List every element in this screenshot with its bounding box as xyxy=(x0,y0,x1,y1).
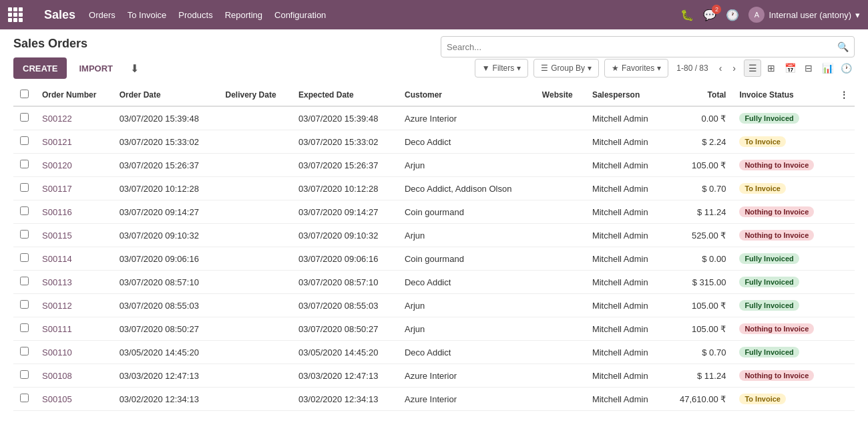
table-row[interactable]: S00114 03/07/2020 09:06:16 03/07/2020 09… xyxy=(13,247,855,271)
nav-configuration[interactable]: Configuration xyxy=(274,10,326,20)
row-checkbox[interactable] xyxy=(20,323,29,332)
prev-page-button[interactable]: ‹ xyxy=(716,61,725,75)
order-number[interactable]: S00108 xyxy=(35,364,113,388)
table-row[interactable]: S00110 03/05/2020 14:45:20 03/05/2020 14… xyxy=(13,341,855,364)
groupby-button[interactable]: ☰ Group By ▾ xyxy=(533,59,599,78)
row-checkbox[interactable] xyxy=(20,136,29,145)
import-button[interactable]: IMPORT xyxy=(72,57,120,79)
next-page-button[interactable]: › xyxy=(730,61,738,75)
order-number[interactable]: S00121 xyxy=(35,130,113,154)
row-checkbox[interactable] xyxy=(20,160,29,168)
table-row[interactable]: S00105 03/02/2020 12:34:13 03/02/2020 12… xyxy=(13,388,855,411)
list-view-button[interactable]: ☰ xyxy=(744,59,761,77)
table-row[interactable]: S00122 03/07/2020 15:39:48 03/07/2020 15… xyxy=(13,106,855,130)
order-number[interactable]: S00111 xyxy=(35,317,113,341)
row-menu[interactable] xyxy=(833,271,855,294)
select-all-header[interactable] xyxy=(13,84,35,106)
row-checkbox[interactable] xyxy=(20,300,29,309)
activity-view-button[interactable]: 🕐 xyxy=(837,59,855,77)
row-checkbox[interactable] xyxy=(20,183,29,192)
row-checkbox[interactable] xyxy=(20,347,29,355)
row-checkbox[interactable] xyxy=(20,253,29,262)
row-menu[interactable] xyxy=(833,294,855,317)
create-button[interactable]: CREATE xyxy=(13,57,67,79)
user-menu[interactable]: A Internal user (antony) ▾ xyxy=(748,7,860,23)
nav-orders[interactable]: Orders xyxy=(89,10,116,20)
row-checkbox[interactable] xyxy=(20,394,29,402)
row-checkbox[interactable] xyxy=(20,370,29,379)
table-row[interactable]: S00115 03/07/2020 09:10:32 03/07/2020 09… xyxy=(13,224,855,247)
order-number[interactable]: S00112 xyxy=(35,294,113,317)
row-checkbox[interactable] xyxy=(20,113,29,122)
table-row[interactable]: S00104 03/02/2020 12:16:20 03/02/2020 12… xyxy=(13,411,855,415)
kanban-view-button[interactable]: ⊞ xyxy=(763,59,780,77)
status-badge: Nothing to Invoice xyxy=(739,160,814,170)
apps-icon[interactable] xyxy=(8,7,23,22)
col-customer[interactable]: Customer xyxy=(398,84,535,106)
table-row[interactable]: S00111 03/07/2020 08:50:27 03/07/2020 08… xyxy=(13,317,855,341)
col-order-date[interactable]: Order Date xyxy=(113,84,219,106)
col-menu[interactable]: ⋮ xyxy=(833,84,855,106)
user-dropdown-icon[interactable]: ▾ xyxy=(855,10,860,20)
order-number[interactable]: S00104 xyxy=(35,411,113,415)
table-row[interactable]: S00113 03/07/2020 08:57:10 03/07/2020 08… xyxy=(13,271,855,294)
col-salesperson[interactable]: Salesperson xyxy=(586,84,664,106)
row-menu[interactable] xyxy=(833,247,855,271)
row-menu[interactable] xyxy=(833,388,855,411)
row-menu[interactable] xyxy=(833,177,855,200)
row-checkbox[interactable] xyxy=(20,277,29,285)
col-expected-date[interactable]: Expected Date xyxy=(292,84,398,106)
col-invoice-status[interactable]: Invoice Status xyxy=(732,84,833,106)
row-menu[interactable] xyxy=(833,130,855,154)
row-menu[interactable] xyxy=(833,106,855,130)
row-checkbox[interactable] xyxy=(20,206,29,215)
order-number[interactable]: S00110 xyxy=(35,341,113,364)
customer: Arjun xyxy=(398,317,535,341)
order-number[interactable]: S00116 xyxy=(35,200,113,224)
filters-button[interactable]: ▼ Filters ▾ xyxy=(475,59,529,78)
table-row[interactable]: S00108 03/03/2020 12:47:13 03/03/2020 12… xyxy=(13,364,855,388)
table-row[interactable]: S00112 03/07/2020 08:55:03 03/07/2020 08… xyxy=(13,294,855,317)
favorites-button[interactable]: ★ Favorites ▾ xyxy=(604,59,668,78)
row-menu[interactable] xyxy=(833,341,855,364)
order-number[interactable]: S00120 xyxy=(35,154,113,177)
table-row[interactable]: S00116 03/07/2020 09:14:27 03/07/2020 09… xyxy=(13,200,855,224)
select-all-checkbox[interactable] xyxy=(20,90,29,98)
chat-icon[interactable]: 💬 2 xyxy=(703,9,716,21)
brand-name[interactable]: Sales xyxy=(44,8,75,22)
col-website[interactable]: Website xyxy=(535,84,586,106)
order-number[interactable]: S00122 xyxy=(35,106,113,130)
nav-products[interactable]: Products xyxy=(178,10,212,20)
table-row[interactable]: S00117 03/07/2020 10:12:28 03/07/2020 10… xyxy=(13,177,855,200)
row-menu[interactable] xyxy=(833,364,855,388)
row-menu[interactable] xyxy=(833,317,855,341)
row-menu[interactable] xyxy=(833,154,855,177)
table-row[interactable]: S00120 03/07/2020 15:26:37 03/07/2020 15… xyxy=(13,154,855,177)
row-menu[interactable] xyxy=(833,200,855,224)
graph-view-button[interactable]: 📊 xyxy=(819,59,836,77)
table-row[interactable]: S00121 03/07/2020 15:33:02 03/07/2020 15… xyxy=(13,130,855,154)
order-number[interactable]: S00113 xyxy=(35,271,113,294)
bug-icon[interactable]: 🐛 xyxy=(680,9,694,21)
nav-reporting[interactable]: Reporting xyxy=(225,10,262,20)
row-menu[interactable] xyxy=(833,411,855,415)
order-number[interactable]: S00117 xyxy=(35,177,113,200)
invoice-status: Fully Invoiced xyxy=(732,294,833,317)
search-input[interactable] xyxy=(447,42,837,52)
order-number[interactable]: S00114 xyxy=(35,247,113,271)
status-badge: Nothing to Invoice xyxy=(739,206,814,217)
col-total[interactable]: Total xyxy=(664,84,732,106)
pivot-view-button[interactable]: ⊟ xyxy=(800,59,817,77)
pagination-info: 1-80 / 83 xyxy=(676,63,708,73)
search-icon[interactable]: 🔍 xyxy=(837,41,849,52)
download-button[interactable]: ⬇ xyxy=(125,57,144,79)
col-delivery-date[interactable]: Delivery Date xyxy=(219,84,292,106)
clock-icon[interactable]: 🕐 xyxy=(726,9,739,21)
order-number[interactable]: S00105 xyxy=(35,388,113,411)
calendar-view-button[interactable]: 📅 xyxy=(781,59,799,77)
col-order-number[interactable]: Order Number xyxy=(35,84,113,106)
row-checkbox[interactable] xyxy=(20,230,29,239)
row-menu[interactable] xyxy=(833,224,855,247)
order-number[interactable]: S00115 xyxy=(35,224,113,247)
nav-to-invoice[interactable]: To Invoice xyxy=(128,10,167,20)
